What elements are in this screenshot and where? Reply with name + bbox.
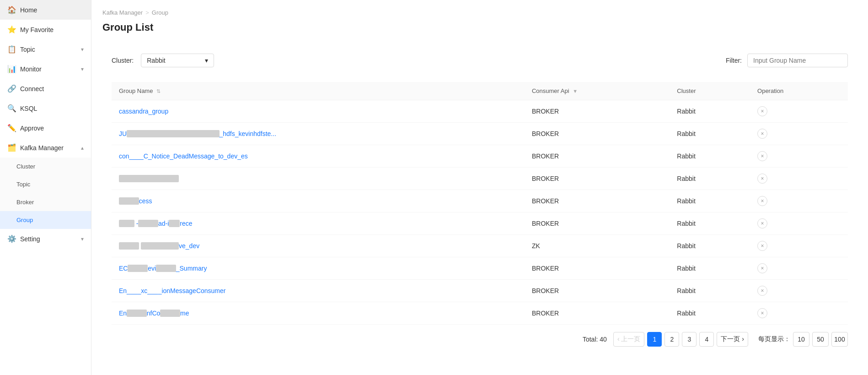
filter-right: Filter: xyxy=(726,54,848,67)
cell-group-name: En____xc____ionMessageConsumer xyxy=(112,280,525,302)
cell-cluster: Rabbit xyxy=(670,212,750,235)
table-row: EC████evi████_SummaryBROKERRabbit× xyxy=(112,257,848,280)
delete-button[interactable]: × xyxy=(757,129,767,139)
sidebar-item-label: Connect xyxy=(20,85,44,92)
page-title: Group List xyxy=(102,22,857,33)
breadcrumb-current: Group xyxy=(152,9,168,16)
cell-cluster: Rabbit xyxy=(670,190,750,212)
total-label: Total: 40 xyxy=(583,336,607,343)
main-content: Kafka Manager > Group Group List Cluster… xyxy=(91,0,868,375)
submenu-label: Broker xyxy=(16,199,34,206)
star-icon: ⭐ xyxy=(7,25,16,34)
cell-cluster: Rabbit xyxy=(670,123,750,145)
col-cluster: Cluster xyxy=(670,82,750,100)
sidebar-item-approve[interactable]: ✏️ Approve xyxy=(0,118,91,138)
cell-operation: × xyxy=(750,100,848,123)
cell-consumer-api: BROKER xyxy=(525,168,670,190)
cell-operation: × xyxy=(750,145,848,168)
cell-group-name: con____C_Notice_DeadMessage_to_dev_es xyxy=(112,145,525,168)
submenu-label: Cluster xyxy=(16,163,35,170)
prev-page-button[interactable]: ‹ 上一页 xyxy=(613,332,645,347)
sort-icon[interactable]: ⇅ xyxy=(156,88,161,94)
cell-operation: × xyxy=(750,257,848,280)
delete-button[interactable]: × xyxy=(757,106,767,116)
submenu-label: Group xyxy=(16,217,33,223)
cell-cluster: Rabbit xyxy=(670,235,750,257)
sidebar: 🏠 Home ⭐ My Favorite 📋 Topic ▾ 📊 Monitor… xyxy=(0,0,91,375)
cell-consumer-api: BROKER xyxy=(525,302,670,325)
delete-button[interactable]: × xyxy=(757,196,767,206)
cell-consumer-api: BROKER xyxy=(525,257,670,280)
table-header-row: Group Name ⇅ Consumer Api ▼ Cluster Oper… xyxy=(112,82,848,100)
chevron-up-icon: ▴ xyxy=(81,145,84,151)
sidebar-item-label: KSQL xyxy=(20,105,37,112)
page-size-100[interactable]: 100 xyxy=(831,332,848,347)
cluster-value: Rabbit xyxy=(147,57,165,64)
delete-button[interactable]: × xyxy=(757,308,767,318)
table-body: cassandra_groupBROKERRabbit×JU██████████… xyxy=(112,100,848,325)
filter-icon[interactable]: ▼ xyxy=(573,88,578,94)
ksql-icon: 🔍 xyxy=(7,104,16,113)
kafka-manager-submenu: Cluster Topic Broker Group xyxy=(0,158,91,229)
delete-button[interactable]: × xyxy=(757,263,767,273)
sidebar-item-group[interactable]: Group xyxy=(0,211,91,229)
breadcrumb-parent[interactable]: Kafka Manager xyxy=(102,9,143,16)
chevron-down-icon: ▾ xyxy=(81,66,84,72)
delete-button[interactable]: × xyxy=(757,218,767,228)
setting-icon: ⚙️ xyxy=(7,234,16,243)
cell-operation: × xyxy=(750,190,848,212)
sidebar-item-my-favorite[interactable]: ⭐ My Favorite xyxy=(0,20,91,39)
cell-consumer-api: BROKER xyxy=(525,123,670,145)
page-3-button[interactable]: 3 xyxy=(682,332,697,347)
sidebar-item-home[interactable]: 🏠 Home xyxy=(0,0,91,20)
table-row: En████nfCo████meBROKERRabbit× xyxy=(112,302,848,325)
sidebar-item-ksql[interactable]: 🔍 KSQL xyxy=(0,98,91,118)
sidebar-item-connect[interactable]: 🔗 Connect xyxy=(0,79,91,98)
sidebar-item-label: My Favorite xyxy=(20,26,54,33)
table-row: JU████████████████████_hdfs_kevinhdfste.… xyxy=(112,123,848,145)
submenu-label: Topic xyxy=(16,181,30,188)
breadcrumb-separator: > xyxy=(145,9,149,16)
page-4-button[interactable]: 4 xyxy=(699,332,714,347)
table-row: ████ ████ ████BROKERRabbit× xyxy=(112,168,848,190)
group-name-filter-input[interactable] xyxy=(747,54,848,67)
delete-button[interactable]: × xyxy=(757,151,767,161)
sidebar-item-topic[interactable]: 📋 Topic ▾ xyxy=(0,39,91,59)
sidebar-item-topic-sub[interactable]: Topic xyxy=(0,175,91,193)
cell-group-name: EC████evi████_Summary xyxy=(112,257,525,280)
sidebar-item-cluster[interactable]: Cluster xyxy=(0,158,91,175)
sidebar-item-broker[interactable]: Broker xyxy=(0,193,91,211)
cell-group-name: ████████████ve_dev xyxy=(112,235,525,257)
page-size-10[interactable]: 10 xyxy=(793,332,809,347)
group-table-wrap: Group Name ⇅ Consumer Api ▼ Cluster Oper… xyxy=(102,82,857,325)
cell-group-name: ████ ████ ████ xyxy=(112,168,525,190)
table-row: ████cessBROKERRabbit× xyxy=(112,190,848,212)
cell-operation: × xyxy=(750,168,848,190)
next-page-button[interactable]: 下一页 › xyxy=(717,332,748,347)
delete-button[interactable]: × xyxy=(757,286,767,296)
sidebar-item-kafka-manager[interactable]: 🗂️ Kafka Manager ▴ xyxy=(0,138,91,158)
dropdown-icon: ▾ xyxy=(205,57,208,64)
sidebar-item-label: Approve xyxy=(20,125,44,132)
chevron-down-icon: ▾ xyxy=(81,236,84,242)
content-area: Kafka Manager > Group Group List Cluster… xyxy=(91,0,868,375)
sidebar-item-monitor[interactable]: 📊 Monitor ▾ xyxy=(0,59,91,79)
kafka-manager-icon: 🗂️ xyxy=(7,143,16,152)
sidebar-item-label: Setting xyxy=(20,235,40,243)
page-size-50[interactable]: 50 xyxy=(812,332,829,347)
table-row: ████████████ve_devZKRabbit× xyxy=(112,235,848,257)
sidebar-item-setting[interactable]: ⚙️ Setting ▾ xyxy=(0,229,91,249)
approve-icon: ✏️ xyxy=(7,124,16,132)
cluster-select[interactable]: Rabbit ▾ xyxy=(141,54,214,67)
sidebar-item-label: Topic xyxy=(20,46,35,53)
delete-button[interactable]: × xyxy=(757,241,767,251)
col-group-name: Group Name ⇅ xyxy=(112,82,525,100)
sidebar-item-label: Kafka Manager xyxy=(20,144,64,152)
monitor-icon: 📊 xyxy=(7,65,16,73)
page-1-button[interactable]: 1 xyxy=(647,332,662,347)
cell-consumer-api: BROKER xyxy=(525,100,670,123)
cell-cluster: Rabbit xyxy=(670,168,750,190)
page-2-button[interactable]: 2 xyxy=(664,332,679,347)
cell-consumer-api: BROKER xyxy=(525,212,670,235)
delete-button[interactable]: × xyxy=(757,174,767,184)
